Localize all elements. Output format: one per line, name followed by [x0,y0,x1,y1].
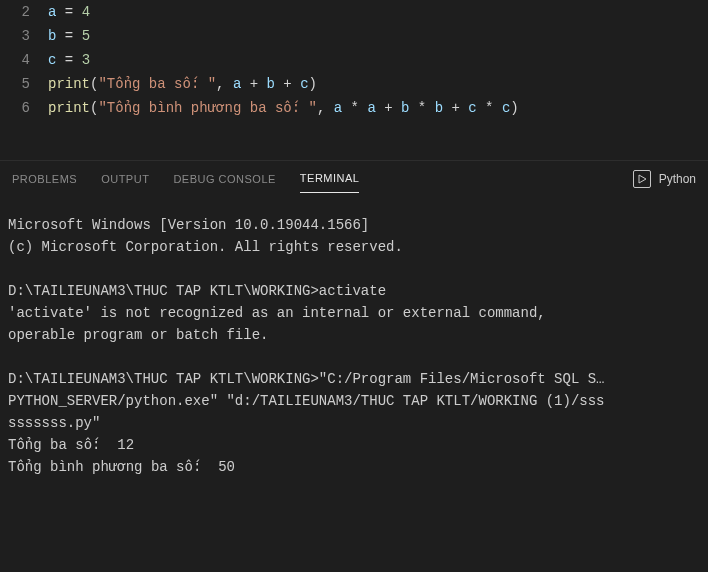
line-number: 6 [0,96,48,120]
panel-tabs: PROBLEMS OUTPUT DEBUG CONSOLE TERMINAL P… [0,161,708,196]
terminal-block: D:\TAILIEUNAM3\THUC TAP KTLT\WORKING>"C:… [8,368,700,478]
code-content[interactable]: a = 4 [48,0,90,24]
line-number: 4 [0,48,48,72]
code-line[interactable]: 4c = 3 [0,48,708,72]
tab-debug-console[interactable]: DEBUG CONSOLE [173,165,275,193]
code-line[interactable]: 2a = 4 [0,0,708,24]
code-content[interactable]: c = 3 [48,48,90,72]
code-line[interactable]: 6print("Tổng bình phương ba số: ", a * a… [0,96,708,120]
code-line[interactable]: 3b = 5 [0,24,708,48]
code-content[interactable]: b = 5 [48,24,90,48]
tab-output[interactable]: OUTPUT [101,165,149,193]
code-content[interactable]: print("Tổng ba số: ", a + b + c) [48,72,317,96]
terminal-launch-label[interactable]: Python [659,172,696,186]
tab-terminal[interactable]: TERMINAL [300,164,360,193]
terminal-block: D:\TAILIEUNAM3\THUC TAP KTLT\WORKING>act… [8,280,700,346]
line-number: 5 [0,72,48,96]
code-line[interactable]: 5print("Tổng ba số: ", a + b + c) [0,72,708,96]
line-number: 2 [0,0,48,24]
terminal-output[interactable]: Microsoft Windows [Version 10.0.19044.15… [0,196,708,486]
code-content[interactable]: print("Tổng bình phương ba số: ", a * a … [48,96,519,120]
terminal-block: Microsoft Windows [Version 10.0.19044.15… [8,214,700,258]
code-editor[interactable]: 2a = 43b = 54c = 35print("Tổng ba số: ",… [0,0,708,160]
line-number: 3 [0,24,48,48]
run-icon[interactable] [633,170,651,188]
bottom-panel: PROBLEMS OUTPUT DEBUG CONSOLE TERMINAL P… [0,160,708,486]
tab-problems[interactable]: PROBLEMS [12,165,77,193]
